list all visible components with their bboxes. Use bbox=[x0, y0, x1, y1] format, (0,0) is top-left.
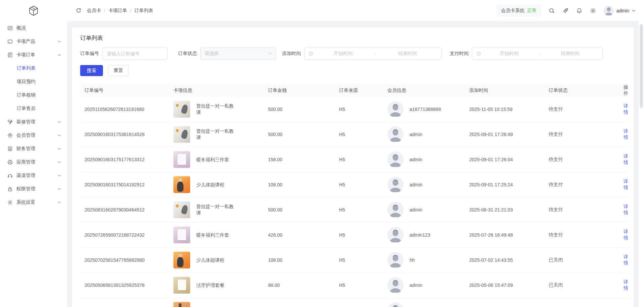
filter-label: 支付时间 bbox=[450, 51, 469, 57]
detail-link[interactable]: 详情 bbox=[624, 279, 628, 291]
product-cell: 洁牙护理套餐 bbox=[169, 277, 264, 294]
end-time-placeholder[interactable]: 结束时间 bbox=[542, 51, 598, 57]
search-button[interactable]: 搜索 bbox=[80, 65, 103, 76]
sidebar-item-card-products[interactable]: 卡项产品 bbox=[0, 35, 67, 48]
sidebar-subitem-project-booking[interactable]: 项目预约 bbox=[0, 75, 67, 88]
order-amount: 428.00 bbox=[264, 232, 335, 238]
paint-roller-icon bbox=[7, 119, 13, 125]
finance-icon bbox=[7, 146, 13, 151]
sidebar-menu: 概况 卡项产品 卡项订单 订单列表 项目预约 bbox=[0, 21, 67, 209]
sidebar-item-channels[interactable]: 渠道管理 bbox=[0, 169, 67, 182]
user-menu[interactable]: admin bbox=[604, 6, 635, 16]
product-image bbox=[173, 201, 190, 218]
detail-link[interactable]: 详情 bbox=[624, 154, 628, 165]
add-time-range-picker[interactable]: 开始时间 - 结束时间 bbox=[304, 48, 442, 60]
member-name: a18771388888 bbox=[410, 107, 441, 112]
member-name: admin bbox=[410, 132, 422, 137]
sidebar-item-card-orders[interactable]: 卡项订单 bbox=[0, 48, 67, 62]
sidebar-item-permissions[interactable]: 权限管理 bbox=[0, 182, 67, 196]
lock-icon bbox=[7, 186, 13, 192]
detail-link[interactable]: 详情 bbox=[624, 204, 628, 215]
reset-button[interactable]: 重置 bbox=[108, 65, 129, 76]
chart-icon bbox=[7, 25, 13, 31]
sidebar-item-apps[interactable]: 应用管理 bbox=[0, 156, 67, 169]
breadcrumb-item[interactable]: 会员卡 bbox=[87, 8, 101, 14]
added-time: 2025-05-06 15:47:09 bbox=[465, 283, 544, 288]
chevron-down-icon bbox=[58, 41, 61, 43]
sidebar-item-label: 概况 bbox=[16, 25, 61, 31]
sidebar-item-overview[interactable]: 概况 bbox=[0, 21, 67, 35]
detail-link[interactable]: 详情 bbox=[624, 254, 628, 265]
breadcrumb-item[interactable]: 卡项订单 bbox=[108, 8, 127, 14]
detail-link[interactable]: 详情 bbox=[624, 103, 628, 115]
start-time-placeholder[interactable]: 开始时间 bbox=[481, 51, 538, 57]
sidebar-item-settings[interactable]: 系统设置 bbox=[0, 196, 67, 209]
order-number: 20250901603175014182912 bbox=[80, 182, 169, 187]
chevron-down-icon bbox=[632, 10, 635, 12]
member-badge-icon bbox=[7, 133, 13, 138]
member-name: admin bbox=[410, 283, 422, 288]
order-no-input[interactable] bbox=[102, 48, 167, 60]
sidebar-subitem-order-list[interactable]: 订单列表 bbox=[0, 62, 67, 75]
column-header: 添加时间 bbox=[465, 87, 544, 94]
headset-icon bbox=[7, 173, 13, 178]
detail-link[interactable]: 详情 bbox=[624, 128, 628, 140]
app-logo[interactable] bbox=[0, 0, 67, 21]
sidebar-subitem-order-aftersales[interactable]: 订单售后 bbox=[0, 102, 67, 115]
member-name: admin bbox=[410, 157, 422, 162]
table-row: 20250831602879030464512 普拉提一对一私教课 500.00… bbox=[80, 197, 630, 223]
breadcrumb: 会员卡 / 卡项订单 / 订单列表 bbox=[87, 8, 153, 14]
app-cube-icon bbox=[7, 160, 13, 165]
order-amount: 108.00 bbox=[264, 182, 335, 187]
bell-icon[interactable] bbox=[576, 8, 582, 14]
start-time-placeholder[interactable]: 开始时间 bbox=[313, 51, 373, 57]
order-number: 20251105626072613191680 bbox=[80, 107, 169, 112]
sidebar-item-label: 系统设置 bbox=[16, 199, 58, 205]
member-avatar bbox=[387, 177, 404, 193]
order-status: 待支付 bbox=[544, 232, 616, 238]
added-time: 2025-08-31 21:21:03 bbox=[465, 207, 544, 212]
scrollbar-thumb[interactable] bbox=[640, 24, 643, 108]
chevron-down-icon bbox=[58, 188, 61, 190]
column-header: 订单金额 bbox=[264, 87, 335, 94]
sidebar-subitem-label: 订单售后 bbox=[17, 106, 36, 112]
order-number: 20250901603175177613312 bbox=[80, 157, 169, 162]
end-time-placeholder[interactable]: 结束时间 bbox=[377, 51, 437, 57]
sidebar-item-label: 权限管理 bbox=[16, 186, 58, 192]
member-cell: admin bbox=[383, 126, 465, 142]
member-cell: admin bbox=[383, 202, 465, 218]
order-status: 待支付 bbox=[544, 131, 616, 137]
sidebar-item-members[interactable]: 会员管理 bbox=[0, 129, 67, 142]
order-amount: 158.00 bbox=[264, 157, 335, 162]
range-separator: - bbox=[373, 51, 378, 56]
member-avatar bbox=[387, 302, 404, 307]
sidebar-item-finance[interactable]: 财务管理 bbox=[0, 142, 67, 156]
breadcrumb-item[interactable]: 订单列表 bbox=[135, 8, 153, 14]
product-image bbox=[173, 101, 190, 118]
clock-icon bbox=[476, 51, 481, 56]
sidebar-item-decoration[interactable]: 装修管理 bbox=[0, 115, 67, 129]
product-cell: 少儿体能课程 bbox=[169, 176, 264, 193]
column-header: 操作 bbox=[616, 84, 630, 97]
detail-link[interactable]: 详情 bbox=[624, 229, 628, 240]
refresh-icon[interactable] bbox=[76, 8, 82, 13]
order-source: H5 bbox=[335, 257, 383, 263]
product-cell: 普拉提一对一私教课 bbox=[169, 126, 264, 143]
order-source: H5 bbox=[335, 283, 383, 288]
member-name: hh bbox=[410, 257, 415, 263]
product-image bbox=[173, 252, 190, 268]
member-avatar bbox=[387, 202, 404, 218]
main-content: 订单列表 订单编号 订单状态 请选择 添加时间 bbox=[67, 21, 639, 307]
orders-table: 订单编号 卡项信息 订单金额 订单来源 会员信息 添加时间 订单状态 操作 20… bbox=[80, 84, 630, 307]
member-cell: admin bbox=[383, 177, 465, 193]
sidebar-subitem-order-verify[interactable]: 订单核销 bbox=[0, 88, 67, 102]
page-scrollbar bbox=[639, 0, 644, 307]
breadcrumb-separator: / bbox=[104, 8, 105, 13]
order-status-select[interactable]: 请选择 bbox=[200, 48, 276, 60]
search-icon[interactable] bbox=[549, 8, 555, 14]
pay-time-range-picker[interactable]: 开始时间 - 结束时间 bbox=[472, 48, 603, 60]
rocket-icon[interactable] bbox=[562, 8, 569, 14]
detail-link[interactable]: 详情 bbox=[624, 179, 628, 190]
page-title: 订单列表 bbox=[80, 34, 630, 42]
gear-icon[interactable] bbox=[590, 8, 596, 14]
